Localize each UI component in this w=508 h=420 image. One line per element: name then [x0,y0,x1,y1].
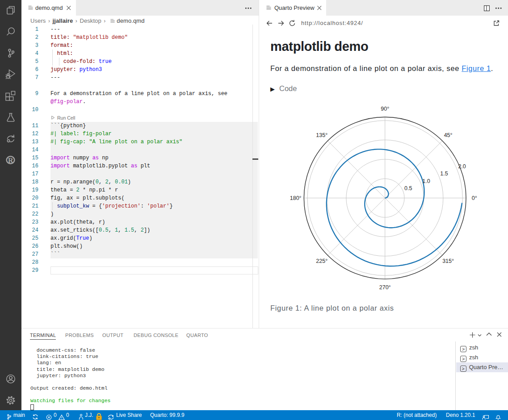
svg-text:315°: 315° [442,258,454,264]
svg-text:225°: 225° [316,258,327,264]
svg-text:2.0: 2.0 [458,163,466,170]
svg-text:135°: 135° [316,132,327,138]
svg-text:270°: 270° [379,284,391,291]
svg-text:R: R [8,156,14,165]
svg-text:0°: 0° [472,195,477,201]
svg-text:45°: 45° [444,132,453,138]
svg-text:0.5: 0.5 [404,185,412,191]
svg-text:1.0: 1.0 [422,178,430,184]
svg-text:90°: 90° [381,106,389,112]
svg-text:1.5: 1.5 [440,170,448,177]
svg-text:180°: 180° [290,195,302,201]
